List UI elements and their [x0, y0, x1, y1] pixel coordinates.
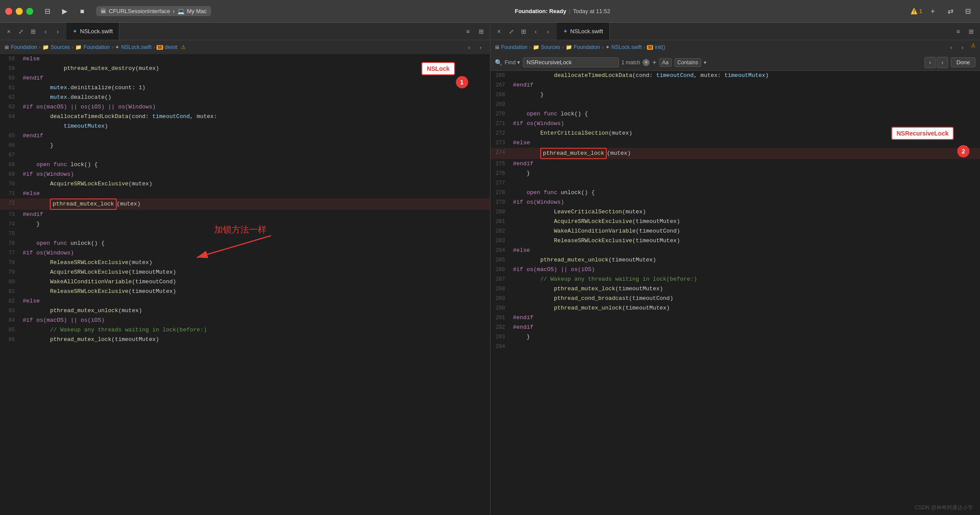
two-pane-wrap: 🏛 Foundation › 📁 Sources › 📁 Foundation …	[0, 40, 980, 515]
code-line-284: 284#else	[490, 246, 980, 255]
next-file-button[interactable]: ›	[52, 26, 63, 37]
play-button[interactable]: ▶	[58, 5, 72, 17]
sidebar-toggle-button[interactable]: ⊟	[40, 5, 54, 17]
code-line-71: 71#else	[0, 189, 490, 198]
search-prev-button[interactable]: ‹	[924, 57, 936, 68]
bc-right-folder-icon: 📁	[533, 44, 539, 50]
right-tab-nslock[interactable]: ✦ NSLock.swift	[557, 23, 610, 40]
badge2: 2	[957, 145, 970, 157]
title-bar: ⊟ ▶ ■ 🏛 CFURLSessionInterface › 💻 My Mac…	[0, 0, 980, 23]
right-close-pane-button[interactable]: ×	[494, 26, 504, 37]
bc-right-sources[interactable]: Sources	[541, 44, 560, 50]
search-match-count: 1 match	[622, 59, 640, 66]
target-icon: 💻	[177, 8, 184, 14]
grid-view-button[interactable]: ⊞	[28, 26, 38, 37]
bc-right-m-icon: M	[647, 45, 653, 50]
left-code-area[interactable]: 58#else59 pthread_mutex_destroy(mutex)60…	[0, 54, 490, 515]
code-line-60: 60#endif	[0, 73, 490, 83]
right-prev-file-button[interactable]: ‹	[531, 26, 541, 37]
bc-left-prev[interactable]: ‹	[465, 42, 474, 52]
left-tab-filename: NSLock.swift	[80, 28, 113, 35]
find-dropdown[interactable]: Find ▾	[505, 59, 520, 66]
match-type-button[interactable]: Contains	[674, 58, 701, 67]
warning-button[interactable]: ⚠️ 1	[910, 8, 922, 14]
bc-right-init[interactable]: init()	[655, 44, 665, 50]
right-bc-icon: 🏛	[495, 45, 500, 50]
search-next-button[interactable]: ›	[937, 57, 948, 68]
right-next-file-button[interactable]: ›	[543, 26, 553, 37]
code-line-290: 290 pthread_mutex_unlock(timeoutMutex)	[490, 303, 980, 313]
add-tab-button[interactable]: +	[926, 5, 940, 17]
bc-right-foundation[interactable]: Foundation	[501, 44, 528, 50]
bc-right-prev[interactable]: ‹	[946, 42, 956, 52]
code-line-291: 291#endif	[490, 313, 980, 323]
bc-right-foundation2[interactable]: Foundation	[574, 44, 600, 50]
bc-right-next[interactable]: ›	[958, 42, 967, 52]
right-split-button[interactable]: ⊞	[966, 26, 977, 37]
right-editor-options-button[interactable]: ≡	[953, 26, 963, 37]
traffic-lights	[5, 8, 33, 15]
scheme-selector[interactable]: 🏛 CFURLSessionInterface › 💻 My Mac	[96, 6, 211, 16]
code-line-59: 59 pthread_mutex_destroy(mutex)	[0, 64, 490, 73]
search-clear-button[interactable]: ×	[643, 59, 650, 66]
right-code-area[interactable]: 266 deallocateTimedLockData(cond: timeou…	[490, 71, 980, 515]
case-sensitive-button[interactable]: Aa	[659, 58, 672, 67]
bc-left-foundation[interactable]: Foundation	[11, 44, 37, 50]
left-tab-nslock[interactable]: ✦ NSLock.swift	[66, 23, 119, 40]
right-tab-section: × ⤢ ⊞ ‹ › ✦ NSLock.swift ≡ ⊞	[490, 23, 980, 40]
search-input[interactable]	[523, 57, 619, 67]
watermark: CSDN @神奇阿通达小宇	[914, 504, 973, 512]
search-icon-button[interactable]: 🔍	[495, 59, 502, 66]
title-center: Foundation: Ready | Today at 11:52	[218, 8, 907, 14]
title-right: ⚠️ 1 + ⇄ ⊟	[910, 5, 975, 17]
bc-right-nslock[interactable]: NSLock.swift	[612, 44, 642, 50]
code-line-72: 72 pthread_mutex_lock(mutex)	[0, 198, 490, 210]
stop-button[interactable]: ■	[75, 5, 89, 17]
bc-left-deinit[interactable]: deinit	[165, 44, 177, 50]
pane-row: 58#else59 pthread_mutex_destroy(mutex)60…	[0, 54, 980, 515]
close-pane-button[interactable]: ×	[3, 26, 14, 37]
code-line-275: 275#endif	[490, 159, 980, 169]
chevron-dropdown-icon[interactable]: ▾	[704, 59, 706, 66]
code-line-270: 270 open func lock() {	[490, 109, 980, 119]
split-view-button[interactable]: ⇄	[943, 5, 957, 17]
code-line-64.5: timeoutMutex)	[0, 122, 490, 131]
code-line-292: 292#endif	[490, 323, 980, 332]
right-grid-view-button[interactable]: ⊞	[518, 26, 529, 37]
left-split-button[interactable]: ⊞	[476, 26, 487, 37]
code-line-266: 266 deallocateTimedLockData(cond: timeou…	[490, 71, 980, 80]
right-tab-right-controls: ≡ ⊞	[949, 26, 980, 37]
search-add-button[interactable]: +	[652, 59, 656, 66]
expand-pane-button[interactable]: ⤢	[16, 26, 26, 37]
bc-left-foundation2[interactable]: Foundation	[83, 44, 110, 50]
code-line-78: 78 ReleaseSRWLockExclusive(mutex)	[0, 258, 490, 268]
search-done-button[interactable]: Done	[951, 57, 976, 67]
code-line-80: 80 WakeAllConditionVariable(timeoutCond)	[0, 277, 490, 287]
left-tab-right-controls: ≡ ⊞	[459, 26, 490, 37]
code-line-62: 62 mutex.deallocate()	[0, 93, 490, 102]
minimize-button[interactable]	[16, 8, 23, 15]
code-line-64: 64 deallocateTimedLockData(cond: timeout…	[0, 112, 490, 122]
bc-right-nav: ‹ › ⚠	[946, 42, 976, 52]
bc-left-folder2-icon: 📁	[75, 44, 82, 50]
close-button[interactable]	[5, 8, 12, 15]
maximize-button[interactable]	[26, 8, 33, 15]
left-editor-options-button[interactable]: ≡	[463, 26, 473, 37]
code-line-65: 65#endif	[0, 131, 490, 141]
code-line-77: 77#if os(Windows)	[0, 248, 490, 258]
inspector-toggle-button[interactable]: ⊟	[961, 5, 975, 17]
prev-file-button[interactable]: ‹	[40, 26, 51, 37]
left-code-scroll[interactable]: 58#else59 pthread_mutex_destroy(mutex)60…	[0, 54, 490, 515]
code-line-286: 286#if os(macOS) || os(iOS)	[490, 265, 980, 275]
right-tab-filename: NSLock.swift	[570, 28, 603, 35]
bc-left-next[interactable]: ›	[476, 42, 486, 52]
right-expand-pane-button[interactable]: ⤢	[506, 26, 517, 37]
bc-left-nslock[interactable]: NSLock.swift	[121, 44, 151, 50]
project-status: Foundation: Ready	[515, 8, 566, 14]
breadcrumb-left: 🏛 Foundation › 📁 Sources › 📁 Foundation …	[0, 40, 490, 54]
right-pane: 🔍 Find ▾ 1 match × + Aa Contains ▾ ‹ ›	[490, 54, 980, 515]
code-line-70: 70 AcquireSRWLockExclusive(mutex)	[0, 179, 490, 189]
bc-left-sources[interactable]: Sources	[51, 44, 70, 50]
breadcrumb-row: 🏛 Foundation › 📁 Sources › 📁 Foundation …	[0, 40, 980, 54]
code-line-82: 82#else	[0, 296, 490, 306]
